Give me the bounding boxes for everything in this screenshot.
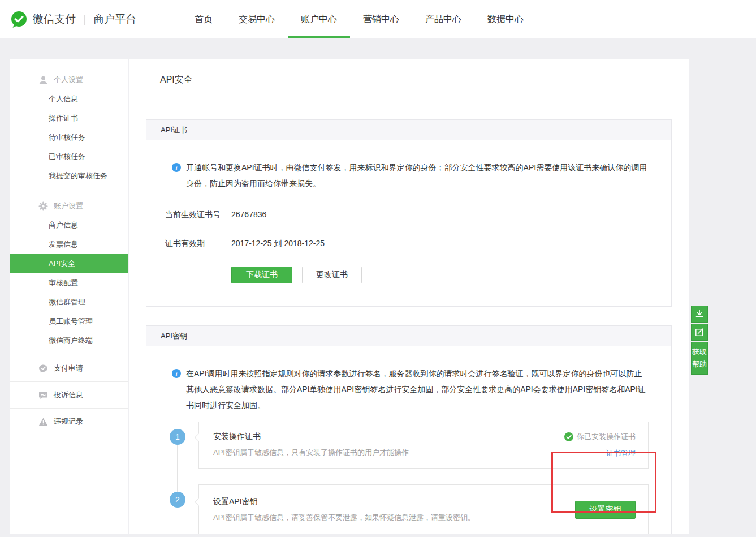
sidebar-item-wechat-group[interactable]: 微信群管理	[10, 293, 128, 312]
sidebar-header-account: 账户设置	[10, 196, 128, 216]
sidebar-item-my-submitted-tasks[interactable]: 我提交的审核任务	[10, 166, 128, 186]
sidebar-section-personal: 个人设置 个人信息 操作证书 待审核任务 已审核任务 我提交的审核任务	[10, 59, 128, 186]
main-nav: 首页 交易中心 账户中心 营销中心 产品中心 数据中心	[182, 0, 537, 38]
nav-item-home[interactable]: 首页	[182, 0, 226, 38]
certificate-installed-status: 你已安装操作证书	[564, 432, 636, 442]
brand-platform: 商户平台	[93, 12, 136, 27]
change-certificate-button[interactable]: 更改证书	[302, 267, 362, 283]
header: 微信支付 | 商户平台 首页 交易中心 账户中心 营销中心 产品中心 数据中心	[0, 0, 756, 38]
certificate-validity-row: 证书有效期 2017-12-25 到 2018-12-25	[165, 239, 649, 249]
status-text: 你已安装操作证书	[577, 432, 636, 442]
step-box-notch	[195, 433, 202, 441]
sidebar-item-pending-tasks[interactable]: 待审核任务	[10, 128, 128, 147]
brand-separator: |	[83, 13, 86, 26]
sidebar-link-label: 支付申请	[54, 363, 83, 373]
info-icon: i	[172, 163, 181, 172]
sidebar-header-label: 个人设置	[54, 75, 83, 85]
gear-icon	[38, 201, 48, 211]
sidebar-item-merchant-terminal[interactable]: 微信商户终端	[10, 331, 128, 350]
help-widget: 获取帮助	[691, 306, 708, 375]
chat-check-icon	[38, 364, 48, 373]
step-number-badge: 1	[170, 429, 185, 445]
sidebar: 个人设置 个人信息 操作证书 待审核任务 已审核任务 我提交的审核任务	[10, 59, 128, 534]
certificate-management-link[interactable]: 证书管理	[606, 448, 636, 458]
step-box-notch	[195, 498, 202, 506]
page-title: API安全	[129, 59, 689, 100]
api-key-card-body: i 在API调用时用来按照指定规则对你的请求参数进行签名，服务器收到你的请求时会…	[146, 346, 671, 534]
sidebar-item-review-config[interactable]: 审核配置	[10, 273, 128, 293]
sidebar-item-merchant-info[interactable]: 商户信息	[10, 216, 128, 235]
page: 微信支付 | 商户平台 首页 交易中心 账户中心 营销中心 产品中心 数据中心 …	[0, 0, 756, 537]
step-text-block: 设置API密钥 API密钥属于敏感信息，请妥善保管不要泄露，如果怀疑信息泄露，请…	[213, 497, 475, 523]
info-icon: i	[172, 369, 181, 378]
nav-item-transactions[interactable]: 交易中心	[226, 0, 288, 38]
step-install-certificate-box: 安装操作证书 API密钥属于敏感信息，只有安装了操作证书的用户才能操作	[198, 422, 649, 469]
sidebar-item-operation-cert[interactable]: 操作证书	[10, 109, 128, 128]
certificate-buttons-row: 下载证书 更改证书	[231, 267, 649, 283]
step-install-certificate: 1 安装操作证书 API密钥属于敏感信息，只有安装了操作证书的用户才能操作	[165, 422, 649, 469]
check-circle-icon	[564, 432, 573, 441]
step-title: 设置API密钥	[213, 497, 475, 507]
sidebar-link-violations[interactable]: 违规记录	[10, 408, 128, 435]
edit-icon	[694, 327, 705, 337]
sidebar-divider	[10, 191, 128, 191]
api-certificate-card-body: i 开通帐号和更换API证书时，由微信支付签发，用来标识和界定你的身份；部分安全…	[146, 140, 671, 306]
certificate-info-row: i 开通帐号和更换API证书时，由微信支付签发，用来标识和界定你的身份；部分安全…	[172, 160, 649, 191]
download-tool-button[interactable]	[691, 306, 708, 323]
step-description: API密钥属于敏感信息，请妥善保管不要泄露，如果怀疑信息泄露，请重设密钥。	[213, 513, 475, 523]
sidebar-link-label: 违规记录	[54, 416, 83, 427]
wechat-pay-logo[interactable]: 微信支付 | 商户平台	[10, 0, 136, 38]
sidebar-item-personal-info[interactable]: 个人信息	[10, 89, 128, 109]
step-set-api-key-box: 设置API密钥 API密钥属于敏感信息，请妥善保管不要泄露，如果怀疑信息泄露，请…	[198, 484, 649, 534]
sidebar-link-label: 投诉信息	[54, 390, 83, 400]
wechat-pay-logo-icon	[10, 11, 28, 28]
api-key-info-text: 在API调用时用来按照指定规则对你的请求参数进行签名，服务器收到你的请求时会进行…	[186, 366, 649, 413]
sidebar-header-label: 账户设置	[54, 201, 83, 211]
nav-item-products[interactable]: 产品中心	[412, 0, 474, 38]
warning-icon	[38, 417, 48, 427]
certificate-number-label: 当前生效证书号	[165, 210, 231, 220]
api-certificate-card-header: API证书	[146, 120, 671, 140]
chat-bubble-icon	[38, 390, 48, 400]
download-certificate-button[interactable]: 下载证书	[231, 267, 292, 283]
sidebar-item-invoice-info[interactable]: 发票信息	[10, 235, 128, 254]
user-icon	[38, 75, 48, 85]
step-number-badge: 2	[170, 492, 185, 508]
sidebar-section-account: 账户设置 商户信息 发票信息 API安全 审核配置 微信群管理 员工账号管理 微…	[10, 196, 128, 350]
api-key-steps: 1 安装操作证书 API密钥属于敏感信息，只有安装了操作证书的用户才能操作	[165, 422, 649, 534]
nav-item-data[interactable]: 数据中心	[474, 0, 537, 38]
main-panel: API安全 API证书 i 开通帐号和更换API证书时，由微信支付签发，用来标识…	[129, 59, 689, 534]
main-content: API证书 i 开通帐号和更换API证书时，由微信支付签发，用来标识和界定你的身…	[129, 100, 689, 534]
certificate-number-row: 当前生效证书号 26767836	[165, 210, 649, 220]
step-text-block: 安装操作证书 API密钥属于敏感信息，只有安装了操作证书的用户才能操作	[213, 432, 409, 458]
api-key-card-header: API密钥	[146, 326, 671, 346]
set-api-key-button[interactable]: 设置密钥	[575, 501, 636, 519]
sidebar-item-staff-accounts[interactable]: 员工账号管理	[10, 312, 128, 331]
api-key-card: API密钥 i 在API调用时用来按照指定规则对你的请求参数进行签名，服务器收到…	[146, 325, 672, 534]
download-icon	[694, 309, 705, 319]
step-description: API密钥属于敏感信息，只有安装了操作证书的用户才能操作	[213, 448, 409, 458]
step-status-block: 你已安装操作证书 证书管理	[564, 432, 636, 458]
sidebar-header-personal: 个人设置	[10, 70, 128, 89]
nav-item-account[interactable]: 账户中心	[288, 0, 350, 38]
nav-item-marketing[interactable]: 营销中心	[350, 0, 412, 38]
brand-product: 微信支付	[33, 12, 76, 27]
sidebar-link-payment-application[interactable]: 支付申请	[10, 355, 128, 381]
certificate-validity-label: 证书有效期	[165, 239, 231, 249]
certificate-number-value: 26767836	[231, 210, 266, 220]
sidebar-item-api-security[interactable]: API安全	[10, 254, 128, 273]
step-set-api-key: 2 设置API密钥 API密钥属于敏感信息，请妥善保管不要泄露，如果怀疑信息泄露…	[165, 484, 649, 534]
sidebar-item-reviewed-tasks[interactable]: 已审核任务	[10, 147, 128, 166]
sidebar-link-complaints[interactable]: 投诉信息	[10, 381, 128, 408]
api-certificate-card: API证书 i 开通帐号和更换API证书时，由微信支付签发，用来标识和界定你的身…	[146, 119, 672, 307]
certificate-info-text: 开通帐号和更换API证书时，由微信支付签发，用来标识和界定你的身份；部分安全性要…	[186, 160, 649, 191]
step-title: 安装操作证书	[213, 432, 409, 442]
feedback-button[interactable]	[691, 324, 708, 341]
get-help-button[interactable]: 获取帮助	[691, 342, 708, 375]
api-key-info-row: i 在API调用时用来按照指定规则对你的请求参数进行签名，服务器收到你的请求时会…	[172, 366, 649, 413]
certificate-validity-value: 2017-12-25 到 2018-12-25	[231, 239, 325, 249]
